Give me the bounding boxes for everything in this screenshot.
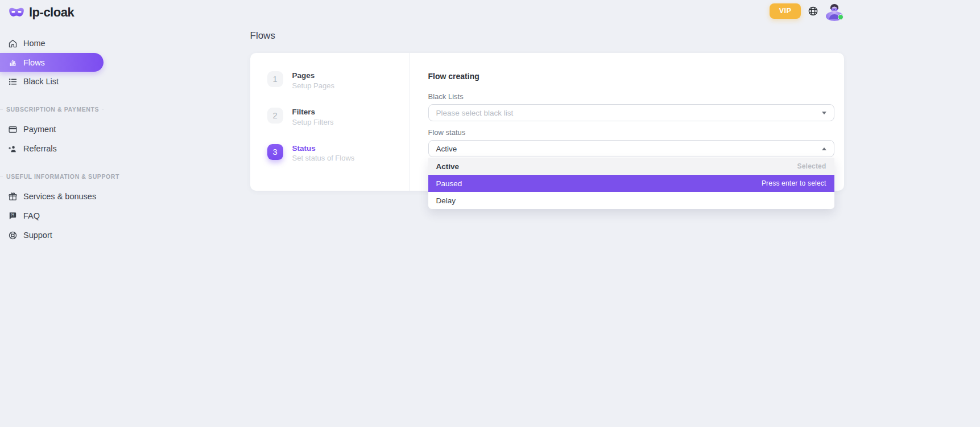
panel-title: Flow creating bbox=[428, 72, 834, 81]
chevron-up-icon bbox=[822, 147, 826, 150]
sidebar-item-flows[interactable]: Flows bbox=[0, 53, 104, 72]
sidebar-item-label: Support bbox=[23, 231, 52, 240]
mask-icon bbox=[9, 7, 24, 18]
sidebar-item-label: Black List bbox=[23, 77, 59, 86]
step-status[interactable]: 3 Status Set status of Flows bbox=[267, 144, 410, 164]
option-delay[interactable]: Delay bbox=[428, 192, 834, 209]
stack-icon bbox=[8, 58, 18, 67]
faq-bubble-icon: ?! bbox=[8, 211, 18, 221]
wizard-steps: 1 Pages Setup Pages 2 Filters Setup Filt… bbox=[250, 53, 410, 191]
black-lists-select[interactable]: Please select black list bbox=[428, 104, 834, 121]
sidebar-item-label: Home bbox=[23, 39, 46, 48]
flow-status-field: Flow status Active Active Selected Pau bbox=[428, 128, 834, 157]
brand-logo[interactable]: lp-cloak bbox=[0, 0, 114, 20]
step-number-badge: 1 bbox=[267, 71, 283, 87]
sidebar-item-label: Services & bonuses bbox=[23, 192, 96, 201]
flow-wizard-card: 1 Pages Setup Pages 2 Filters Setup Filt… bbox=[250, 53, 844, 191]
sidebar-item-black-list[interactable]: Black List bbox=[0, 72, 114, 91]
lifebuoy-icon bbox=[8, 231, 18, 240]
chevron-down-icon bbox=[822, 112, 826, 114]
page-title: Flows bbox=[250, 30, 844, 42]
option-paused[interactable]: Paused Press enter to select bbox=[428, 175, 834, 192]
card-icon bbox=[8, 125, 18, 134]
step-filters[interactable]: 2 Filters Setup Filters bbox=[267, 108, 410, 128]
sidebar-item-label: FAQ bbox=[23, 211, 40, 220]
step-title: Filters bbox=[292, 108, 334, 117]
step-title: Pages bbox=[292, 71, 334, 81]
sidebar-section-support: USEFUL INFORMATION & SUPPORT bbox=[0, 173, 114, 180]
step-subtitle: Setup Pages bbox=[292, 81, 334, 91]
step-number-badge: 2 bbox=[267, 108, 283, 124]
sidebar-nav: Home Flows bbox=[0, 34, 114, 245]
sidebar-item-label: Flows bbox=[23, 58, 45, 67]
step-pages[interactable]: 1 Pages Setup Pages bbox=[267, 71, 410, 91]
main-area: Flows 1 Pages Setup Pages 2 Filters bbox=[114, 0, 980, 427]
sidebar-item-faq[interactable]: ?! FAQ bbox=[0, 206, 114, 225]
person-add-icon bbox=[8, 144, 18, 154]
gift-icon bbox=[8, 192, 18, 202]
black-lists-label: Black Lists bbox=[428, 92, 834, 101]
sidebar: lp-cloak Home Flo bbox=[0, 0, 114, 427]
sidebar-item-payment[interactable]: Payment bbox=[0, 120, 114, 139]
black-lists-placeholder: Please select black list bbox=[436, 109, 514, 117]
step-title: Status bbox=[292, 144, 355, 154]
sidebar-item-services[interactable]: Services & bonuses bbox=[0, 187, 114, 206]
flow-status-dropdown: Active Selected Paused Press enter to se… bbox=[428, 158, 834, 209]
brand-name: lp-cloak bbox=[29, 5, 74, 20]
step-subtitle: Setup Filters bbox=[292, 118, 334, 128]
sidebar-item-referrals[interactable]: Referrals bbox=[0, 139, 114, 158]
option-active[interactable]: Active Selected bbox=[428, 158, 834, 175]
sidebar-item-support[interactable]: Support bbox=[0, 225, 114, 245]
list-icon bbox=[8, 77, 18, 87]
flow-creating-panel: Flow creating Black Lists Please select … bbox=[410, 53, 844, 191]
step-number-badge: 3 bbox=[267, 144, 283, 160]
sidebar-section-subscription: SUBSCRIPTION & PAYMENTS bbox=[0, 106, 114, 113]
option-enter-hint: Press enter to select bbox=[762, 179, 826, 187]
flow-status-select[interactable]: Active bbox=[428, 140, 834, 157]
flow-status-value: Active bbox=[436, 145, 457, 153]
app-root: lp-cloak Home Flo bbox=[0, 0, 980, 427]
flow-status-label: Flow status bbox=[428, 128, 834, 137]
black-lists-field: Black Lists Please select black list bbox=[428, 92, 834, 121]
step-subtitle: Set status of Flows bbox=[292, 154, 355, 163]
sidebar-item-label: Referrals bbox=[23, 144, 57, 153]
option-selected-hint: Selected bbox=[797, 162, 826, 170]
sidebar-item-label: Payment bbox=[23, 125, 56, 134]
sidebar-item-home[interactable]: Home bbox=[0, 34, 114, 53]
svg-text:?!: ?! bbox=[11, 213, 14, 217]
home-icon bbox=[8, 39, 18, 48]
